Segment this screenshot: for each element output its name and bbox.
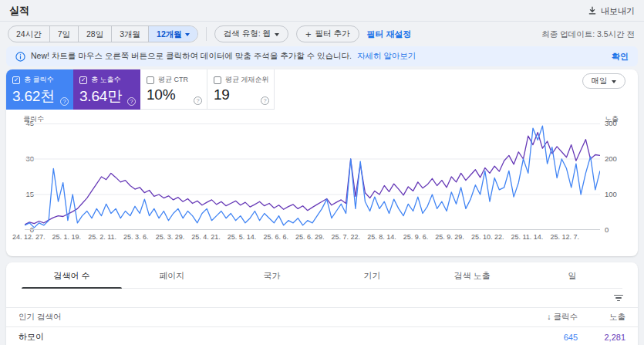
divider <box>206 27 207 41</box>
metric-label: 총 노출수 <box>91 75 121 85</box>
sort-descending-icon: ↓ <box>547 312 551 321</box>
x-axis-label: 25. 6. 6. <box>263 233 288 241</box>
help-icon[interactable]: ? <box>261 96 269 105</box>
table-filter-icon[interactable] <box>612 293 625 304</box>
dimensions-table-card: 검색어 수페이지국가기기검색 노출일 인기 검색어 ↓클릭수 노출 하모이645… <box>6 262 638 345</box>
x-axis-label: 25. 3. 29. <box>156 233 185 241</box>
search-type-dropdown[interactable]: 검색 유형: 웹 <box>214 25 288 42</box>
table-body: 하모이6452,281 <box>6 327 638 345</box>
series-line-clicks <box>25 126 600 228</box>
add-filter-button[interactable]: + 필터 추가 <box>296 25 359 42</box>
chevron-down-icon <box>185 33 190 36</box>
table-header-row: 인기 검색어 ↓클릭수 노출 <box>6 307 638 327</box>
x-axis-label: 25. 9. 29. <box>435 233 464 241</box>
x-axis-label: 25. 1. 19. <box>52 233 82 241</box>
x-axis-label: 25. 6. 29. <box>295 233 325 241</box>
header-query[interactable]: 인기 검색어 <box>6 312 507 323</box>
tab-기기[interactable]: 기기 <box>322 262 422 288</box>
x-axis-label: 25. 2. 11. <box>88 233 116 241</box>
x-axis-label: 25. 4. 21. <box>191 233 221 241</box>
page-title: 실적 <box>9 0 29 22</box>
checkbox-checked-icon[interactable]: ✓ <box>12 76 20 84</box>
x-axis-label: 25. 10. 22. <box>471 233 504 241</box>
right-tick-300: 300 <box>605 119 617 127</box>
last-updated-text: 최종 업데이트: 3.5시간 전 <box>541 22 635 46</box>
date-range-24시간[interactable]: 24시간 <box>8 26 49 42</box>
help-icon[interactable]: ? <box>127 97 136 106</box>
metric-value: 3.64만 <box>79 86 134 107</box>
help-icon[interactable]: ? <box>60 97 69 106</box>
metric-value: 19 <box>214 86 268 103</box>
x-axis-label: 25. 5. 14. <box>228 233 257 241</box>
metric-label: 평균 게재순위 <box>225 75 269 85</box>
series-line-impressions <box>25 133 600 225</box>
x-axis-label: 25. 3. 6. <box>123 233 149 241</box>
search-type-label: 검색 유형: 웹 <box>224 29 271 39</box>
tab-페이지[interactable]: 페이지 <box>122 262 222 288</box>
performance-chart-card: ✓ 총 클릭수 3.62천 ? ✓ 총 노출수 3.64만 ? 평균 CTR <box>6 69 638 256</box>
cell-clicks: 645 <box>507 333 578 342</box>
title-bar: 실적 내보내기 <box>0 0 644 22</box>
checkbox-checked-icon[interactable]: ✓ <box>79 76 87 84</box>
export-button[interactable]: 내보내기 <box>588 0 635 22</box>
info-icon <box>15 52 25 62</box>
tab-검색 노출[interactable]: 검색 노출 <box>422 262 522 288</box>
cell-impressions: 2,281 <box>578 333 638 342</box>
confirm-button[interactable]: 확인 <box>612 51 629 63</box>
plus-icon: + <box>305 29 312 39</box>
date-range-7일[interactable]: 7일 <box>49 26 78 42</box>
right-tick-0: 0 <box>605 225 609 234</box>
checkbox-unchecked-icon[interactable] <box>214 76 221 84</box>
learn-more-link[interactable]: 자세히 알아보기 <box>357 51 416 62</box>
tab-일[interactable]: 일 <box>522 262 622 288</box>
search-console-performance-page: 실적 내보내기 24시간7일28일3개월12개월 검색 유형: 웹 + 필터 추… <box>0 0 644 345</box>
tab-국가[interactable]: 국가 <box>222 262 322 288</box>
dimension-tabs: 검색어 수페이지국가기기검색 노출일 <box>22 262 622 289</box>
x-axis-label: 25. 12. 7. <box>550 233 579 241</box>
metric-value: 10% <box>147 86 201 103</box>
x-axis-label: 24. 12. 27. <box>12 233 46 241</box>
info-banner: New! 차트를 마우스 오른쪽 버튼으로 클릭하여 데이터에 맞춤 주석을 추… <box>6 46 638 66</box>
date-range-28일[interactable]: 28일 <box>78 26 111 42</box>
granularity-dropdown[interactable]: 매일 <box>582 73 625 89</box>
right-tick-200: 200 <box>605 154 617 163</box>
header-clicks-label: 클릭수 <box>554 312 578 321</box>
x-axis-label: 25. 11. 14. <box>511 233 543 241</box>
date-range-segmented-control: 24시간7일28일3개월12개월 <box>8 25 198 42</box>
chevron-down-icon <box>612 80 616 83</box>
date-range-12개월[interactable]: 12개월 <box>148 26 197 42</box>
metrics-row: ✓ 총 클릭수 3.62천 ? ✓ 총 노출수 3.64만 ? 평균 CTR <box>6 69 275 110</box>
x-axis-label: 25. 8. 14. <box>367 233 396 241</box>
date-range-3개월[interactable]: 3개월 <box>111 26 148 42</box>
line-chart[interactable] <box>25 123 600 230</box>
x-axis-labels: 24. 12. 27.25. 1. 19.25. 2. 11.25. 3. 6.… <box>12 233 579 241</box>
metric-total-clicks[interactable]: ✓ 총 클릭수 3.62천 ? <box>6 69 73 110</box>
granularity-label: 매일 <box>592 76 607 86</box>
table-row[interactable]: 하모이6452,281 <box>6 327 638 345</box>
x-axis-label: 25. 7. 22. <box>332 233 361 241</box>
reset-filters-button[interactable]: 필터 재설정 <box>367 29 412 40</box>
export-label: 내보내기 <box>601 5 635 17</box>
download-icon <box>588 6 597 15</box>
table-toolbar <box>6 289 638 307</box>
metric-total-impressions[interactable]: ✓ 총 노출수 3.64만 ? <box>73 69 140 110</box>
help-icon[interactable]: ? <box>194 96 202 105</box>
right-tick-100: 100 <box>605 190 617 198</box>
metric-average-ctr[interactable]: 평균 CTR 10% ? <box>140 69 207 110</box>
metric-average-position[interactable]: 평균 게재순위 19 ? <box>207 69 275 110</box>
metric-label: 평균 CTR <box>158 75 188 85</box>
header-clicks-sorted[interactable]: ↓클릭수 <box>507 312 578 323</box>
banner-text: New! 차트를 마우스 오른쪽 버튼으로 클릭하여 데이터에 맞춤 주석을 추… <box>31 51 352 62</box>
metric-value: 3.62천 <box>12 86 67 107</box>
x-axis-label: 25. 9. 6. <box>403 233 429 241</box>
cell-query[interactable]: 하모이 <box>6 331 507 343</box>
tab-검색어 수[interactable]: 검색어 수 <box>22 262 122 288</box>
add-filter-label: 필터 추가 <box>315 29 350 39</box>
metric-label: 총 클릭수 <box>24 75 54 85</box>
header-impressions[interactable]: 노출 <box>578 312 638 323</box>
checkbox-unchecked-icon[interactable] <box>147 76 154 84</box>
chevron-down-icon <box>275 33 279 36</box>
